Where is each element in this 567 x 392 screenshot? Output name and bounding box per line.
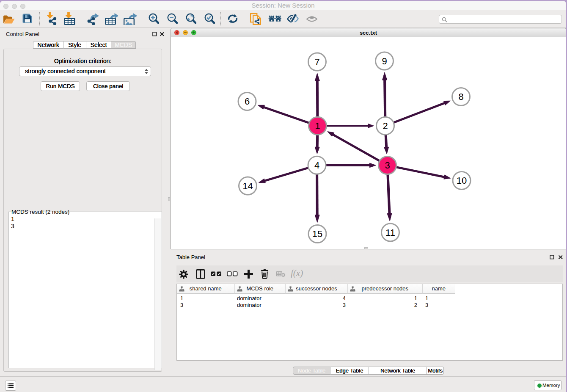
svg-text:9: 9 [382, 56, 387, 66]
svg-text:2: 2 [383, 121, 388, 131]
svg-text:15: 15 [312, 229, 322, 239]
svg-text:3: 3 [385, 160, 390, 171]
svg-text:4: 4 [314, 160, 319, 171]
svg-text:11: 11 [385, 227, 395, 238]
svg-text:7: 7 [314, 57, 319, 67]
svg-text:1: 1 [315, 121, 320, 131]
svg-text:10: 10 [457, 175, 467, 186]
svg-text:14: 14 [242, 181, 253, 191]
svg-text:8: 8 [458, 91, 463, 102]
svg-text:6: 6 [245, 96, 250, 107]
